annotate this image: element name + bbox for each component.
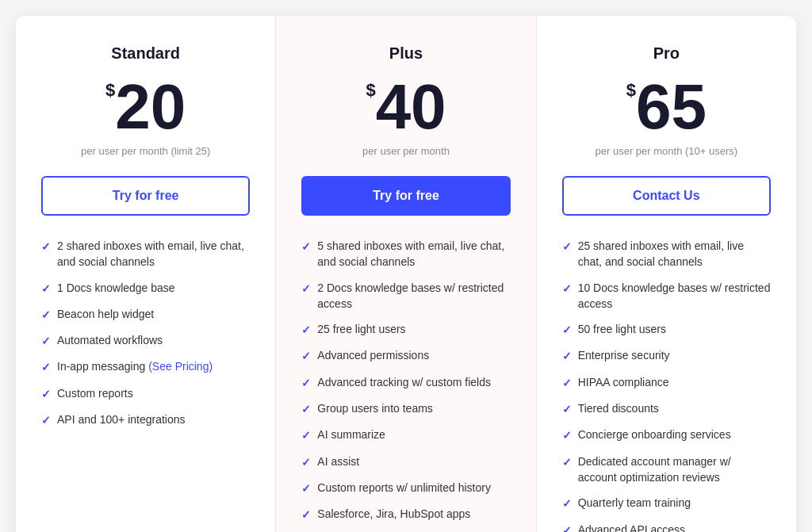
- check-icon: ✓: [301, 322, 311, 338]
- list-item: ✓Custom reports w/ unlimited history: [301, 480, 510, 496]
- price-currency-plus: $: [366, 82, 375, 99]
- list-item: ✓25 free light users: [301, 321, 510, 338]
- check-icon: ✓: [301, 375, 311, 391]
- list-item: ✓Dedicated account manager w/ account op…: [562, 454, 771, 486]
- check-icon: ✓: [562, 454, 572, 470]
- feature-text: 50 free light users: [578, 321, 666, 337]
- list-item: ✓Advanced API access: [562, 522, 771, 532]
- list-item: ✓AI summarize: [301, 427, 510, 443]
- feature-text: HIPAA compliance: [578, 374, 669, 390]
- list-item: ✓2 shared inboxes with email, live chat,…: [41, 238, 250, 270]
- features-list-pro: ✓25 shared inboxes with email, live chat…: [562, 238, 771, 532]
- pricing-card-standard: Standard$20per user per month (limit 25)…: [16, 16, 276, 532]
- check-icon: ✓: [301, 427, 311, 443]
- price-period-pro: per user per month (10+ users): [562, 145, 771, 157]
- list-item: ✓Enterprise security: [562, 347, 771, 364]
- list-item: ✓10 Docs knowledge bases w/ restricted a…: [562, 280, 771, 312]
- feature-text: Automated workflows: [57, 332, 163, 348]
- feature-text: Enterprise security: [578, 347, 670, 363]
- check-icon: ✓: [562, 322, 572, 338]
- feature-text: 10 Docs knowledge bases w/ restricted ac…: [578, 280, 771, 312]
- pricing-card-plus: Plus$40per user per monthTry for free✓5 …: [276, 16, 536, 532]
- check-icon: ✓: [41, 307, 51, 323]
- feature-text: In-app messaging (See Pricing): [57, 358, 213, 374]
- price-display-plus: $40: [366, 75, 446, 139]
- feature-text: 2 shared inboxes with email, live chat, …: [57, 238, 250, 270]
- list-item: ✓1 Docs knowledge base: [41, 280, 250, 297]
- feature-text: 25 shared inboxes with email, live chat,…: [578, 238, 771, 270]
- check-icon: ✓: [562, 496, 572, 511]
- feature-text: Beacon help widget: [57, 306, 154, 322]
- pricing-card-pro: Pro$65per user per month (10+ users)Cont…: [537, 16, 796, 532]
- check-icon: ✓: [562, 239, 572, 255]
- list-item: ✓API and 100+ integrations: [41, 411, 250, 428]
- check-icon: ✓: [562, 401, 572, 417]
- check-icon: ✓: [562, 375, 572, 391]
- features-list-standard: ✓2 shared inboxes with email, live chat,…: [41, 238, 250, 428]
- check-icon: ✓: [301, 454, 311, 470]
- plan-name-standard: Standard: [41, 44, 250, 63]
- feature-text: Dedicated account manager w/ account opt…: [578, 454, 771, 486]
- check-icon: ✓: [562, 522, 572, 532]
- feature-text: Advanced tracking w/ custom fields: [317, 374, 491, 390]
- list-item: ✓In-app messaging (See Pricing): [41, 358, 250, 375]
- list-item: ✓5 shared inboxes with email, live chat,…: [301, 238, 510, 270]
- price-currency-pro: $: [626, 82, 636, 99]
- plan-name-plus: Plus: [301, 44, 510, 63]
- check-icon: ✓: [562, 427, 572, 443]
- price-display-standard: $20: [105, 75, 186, 139]
- check-icon: ✓: [301, 348, 311, 364]
- feature-text: Advanced permissions: [317, 347, 429, 363]
- price-block-plus: $40: [301, 75, 510, 139]
- list-item: ✓Quarterly team training: [562, 495, 771, 511]
- check-icon: ✓: [562, 348, 572, 364]
- check-icon: ✓: [41, 281, 51, 297]
- cta-button-standard[interactable]: Try for free: [41, 176, 250, 216]
- features-list-plus: ✓5 shared inboxes with email, live chat,…: [301, 238, 510, 523]
- pricing-container: Standard$20per user per month (limit 25)…: [16, 16, 796, 532]
- feature-text: Group users into teams: [317, 400, 433, 416]
- list-item: ✓Advanced permissions: [301, 347, 510, 364]
- feature-text: Advanced API access: [578, 522, 685, 532]
- check-icon: ✓: [301, 239, 311, 255]
- feature-text: 5 shared inboxes with email, live chat, …: [317, 238, 510, 270]
- check-icon: ✓: [301, 281, 311, 297]
- feature-text: 2 Docs knowledge bases w/ restricted acc…: [317, 280, 510, 312]
- list-item: ✓Beacon help widget: [41, 306, 250, 323]
- feature-text: 25 free light users: [317, 321, 405, 337]
- check-icon: ✓: [41, 359, 51, 375]
- feature-text: AI summarize: [317, 427, 385, 442]
- check-icon: ✓: [301, 507, 311, 522]
- feature-text: 1 Docs knowledge base: [57, 280, 175, 296]
- feature-text: Tiered discounts: [578, 400, 659, 416]
- price-display-pro: $65: [626, 75, 707, 139]
- check-icon: ✓: [41, 333, 51, 349]
- check-icon: ✓: [41, 412, 51, 428]
- list-item: ✓Salesforce, Jira, HubSpot apps: [301, 506, 510, 522]
- cta-button-pro[interactable]: Contact Us: [562, 176, 771, 216]
- feature-text: Custom reports w/ unlimited history: [317, 480, 491, 496]
- feature-text: Concierge onboarding services: [578, 427, 731, 442]
- list-item: ✓Advanced tracking w/ custom fields: [301, 374, 510, 391]
- list-item: ✓HIPAA compliance: [562, 374, 771, 391]
- price-period-plus: per user per month: [301, 145, 510, 157]
- price-amount-plus: 40: [376, 75, 446, 139]
- cta-button-plus[interactable]: Try for free: [301, 176, 510, 216]
- list-item: ✓AI assist: [301, 454, 510, 470]
- list-item: ✓25 shared inboxes with email, live chat…: [562, 238, 771, 270]
- feature-text: Custom reports: [57, 385, 133, 401]
- plan-name-pro: Pro: [562, 44, 771, 63]
- see-pricing-link[interactable]: (See Pricing): [148, 360, 213, 373]
- price-amount-standard: 20: [115, 75, 186, 139]
- feature-text: Quarterly team training: [578, 495, 691, 511]
- list-item: ✓Automated workflows: [41, 332, 250, 349]
- price-block-pro: $65: [562, 75, 771, 139]
- check-icon: ✓: [41, 239, 51, 255]
- check-icon: ✓: [562, 281, 572, 297]
- feature-text: Salesforce, Jira, HubSpot apps: [317, 506, 470, 522]
- price-amount-pro: 65: [636, 75, 707, 139]
- list-item: ✓2 Docs knowledge bases w/ restricted ac…: [301, 280, 510, 312]
- price-period-standard: per user per month (limit 25): [41, 145, 250, 157]
- price-currency-standard: $: [105, 82, 115, 99]
- check-icon: ✓: [301, 480, 311, 496]
